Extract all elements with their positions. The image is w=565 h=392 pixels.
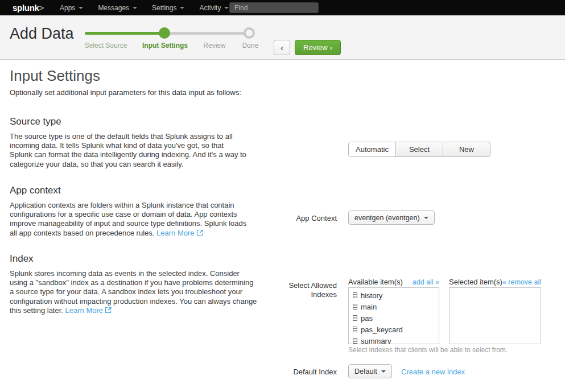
app-context-description-text: Application contexts are folders within …: [10, 201, 246, 237]
app-context-description: Application contexts are folders within …: [10, 201, 253, 238]
index-learn-more-link[interactable]: Learn More: [65, 306, 103, 315]
selected-items-header: Selected item(s) « remove all: [449, 278, 541, 286]
stepper-done-ring: [244, 27, 255, 39]
splunk-logo[interactable]: splunk>: [13, 3, 44, 13]
index-doc-icon: [353, 327, 357, 332]
step-select-source: Select Source: [85, 42, 127, 49]
external-link-icon: [105, 307, 112, 313]
stepper-current-dot: [159, 27, 170, 39]
app-context-dropdown-value: eventgen (eventgen): [354, 214, 420, 222]
review-button-label: Review: [303, 43, 328, 52]
chevron-right-icon: ›: [330, 43, 332, 52]
chevron-left-icon: ‹: [281, 43, 283, 52]
nav-menu-messages[interactable]: Messages: [90, 0, 145, 15]
index-description-text: Splunk stores incoming data as events in…: [10, 269, 257, 315]
indexes-helper-text: Select indexes that clients will be able…: [348, 346, 508, 354]
stepper-remaining-bar: [165, 32, 249, 35]
chevron-down-icon: [180, 7, 184, 9]
default-index-label: Default Index: [267, 368, 337, 377]
select-allowed-indexes-label: Select Allowed Indexes: [267, 281, 337, 299]
progress-stepper: Select Source Input Settings Review Done: [85, 15, 255, 60]
source-type-description: The source type is one of the default fi…: [10, 132, 246, 169]
nav-menu-settings-label: Settings: [152, 4, 176, 12]
chevron-down-icon: [79, 7, 83, 9]
list-item-main[interactable]: main: [349, 301, 439, 312]
find-search-input[interactable]: [229, 2, 319, 13]
back-button[interactable]: ‹: [274, 40, 290, 55]
chevron-down-icon: [224, 7, 229, 9]
index-doc-icon: [353, 304, 357, 310]
app-context-dropdown[interactable]: eventgen (eventgen): [348, 211, 435, 225]
create-new-index-link[interactable]: Create a new index: [401, 368, 465, 376]
default-index-dropdown[interactable]: Default: [348, 364, 392, 378]
chevron-down-icon: [381, 370, 386, 373]
step-input-settings: Input Settings: [142, 42, 188, 49]
list-item-label: pas_keycard: [361, 325, 403, 334]
list-item-history[interactable]: history: [349, 290, 439, 301]
list-item-label: summary: [361, 337, 391, 345]
app-context-field-label: App Context: [267, 214, 337, 223]
splunk-logo-text: splunk: [13, 3, 39, 13]
index-doc-icon: [353, 338, 357, 344]
default-index-dropdown-value: Default: [354, 368, 377, 376]
source-type-select-button[interactable]: Select: [395, 142, 443, 156]
selected-items-title: Selected item(s): [449, 278, 502, 286]
source-type-heading: Source type: [10, 116, 61, 127]
app-context-heading: App context: [10, 185, 61, 196]
index-heading: Index: [10, 253, 34, 265]
index-description: Splunk stores incoming data as events in…: [10, 269, 259, 315]
available-items-header: Available item(s) add all »: [348, 278, 439, 286]
nav-menu-apps-label: Apps: [60, 4, 75, 12]
list-item-pas[interactable]: pas: [349, 312, 439, 324]
top-nav-menus: Apps Messages Settings Activity: [52, 0, 236, 15]
step-review: Review: [203, 42, 225, 49]
selected-items-listbox: [449, 287, 541, 344]
top-navbar: splunk> Apps Messages Settings Activity: [0, 0, 565, 15]
external-link-icon: [196, 229, 203, 236]
list-item-label: history: [361, 291, 382, 300]
chevron-down-icon: [424, 217, 428, 219]
remove-all-link[interactable]: « remove all: [502, 278, 541, 286]
splunk-logo-caret: >: [39, 3, 44, 13]
nav-menu-apps[interactable]: Apps: [52, 0, 90, 15]
index-doc-icon: [353, 292, 357, 298]
stepper-completed-bar: [85, 32, 165, 35]
nav-menu-settings[interactable]: Settings: [145, 0, 192, 15]
source-type-automatic-button[interactable]: Automatic: [349, 142, 395, 156]
list-item-label: pas: [361, 314, 373, 323]
splunk-add-data-page: splunk> Apps Messages Settings Activity …: [0, 0, 565, 392]
nav-menu-activity-label: Activity: [199, 4, 221, 12]
available-items-title: Available item(s): [348, 278, 403, 286]
page-subtitle: Optionally set additional input paramete…: [10, 88, 241, 97]
list-item-label: main: [361, 303, 377, 311]
source-type-button-group: Automatic Select New: [348, 142, 490, 157]
available-items-listbox: history main pas pas_keycard summary: [348, 287, 439, 344]
wizard-header: Add Data Select Source Input Settings Re…: [0, 15, 565, 60]
chevron-down-icon: [133, 7, 137, 9]
index-doc-icon: [353, 315, 357, 321]
app-context-learn-more-link[interactable]: Learn More: [156, 229, 194, 237]
source-type-new-button[interactable]: New: [443, 142, 490, 156]
list-item-summary[interactable]: summary: [349, 335, 439, 344]
review-button[interactable]: Review›: [295, 40, 341, 55]
wizard-title: Add Data: [10, 25, 74, 43]
page-title: Input Settings: [10, 67, 100, 85]
step-done: Done: [242, 42, 259, 49]
list-item-pas-keycard[interactable]: pas_keycard: [349, 324, 439, 335]
nav-menu-messages-label: Messages: [98, 4, 129, 12]
add-all-link[interactable]: add all »: [413, 278, 439, 286]
